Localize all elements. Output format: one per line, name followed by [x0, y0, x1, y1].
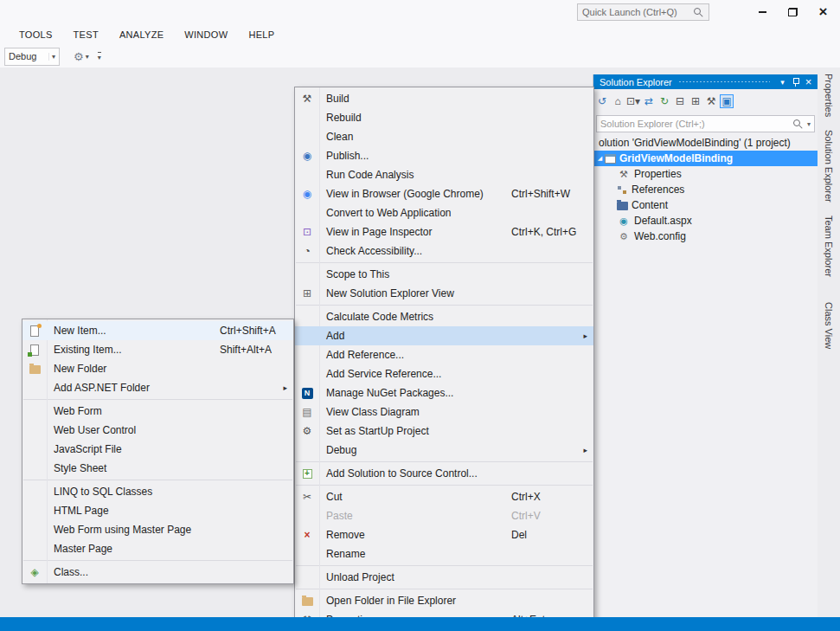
- show-all-files-icon[interactable]: ⊞: [689, 94, 702, 108]
- menubar-item-test[interactable]: TEST: [63, 29, 109, 40]
- menu-item-label: Master Page: [54, 543, 112, 555]
- menu-item-rename[interactable]: Rename: [295, 544, 593, 563]
- menu-item-class[interactable]: ◈Class...: [22, 563, 293, 582]
- menu-item-icon-slot: ◔: [295, 244, 319, 258]
- collapse-all-icon[interactable]: ⊟: [673, 94, 687, 108]
- sync-with-active-document-icon[interactable]: ⇄: [642, 94, 656, 108]
- menu-item-add-service-reference[interactable]: Add Service Reference...: [295, 364, 593, 383]
- tree-item-content[interactable]: Content: [593, 197, 818, 213]
- menu-item-clean[interactable]: Clean: [295, 127, 593, 146]
- menu-item-new-folder[interactable]: New Folder: [22, 359, 293, 378]
- menu-item-view-in-browser-google-chrome[interactable]: ◉View in Browser (Google Chrome)Ctrl+Shi…: [295, 184, 593, 203]
- refresh-icon[interactable]: ↻: [657, 94, 671, 108]
- menu-item-debug[interactable]: Debug▸: [295, 441, 593, 460]
- chevron-down-icon[interactable]: ▾: [86, 53, 89, 61]
- menu-item-add-reference[interactable]: Add Reference...: [295, 345, 593, 364]
- quick-launch-box[interactable]: Quick Launch (Ctrl+Q): [577, 3, 709, 21]
- close-icon[interactable]: ×: [802, 75, 815, 88]
- search-icon[interactable]: [792, 119, 804, 130]
- menu-item-icon-slot: [295, 596, 319, 606]
- menu-item-add[interactable]: Add▸: [295, 326, 593, 345]
- solution-tree: olution 'GridViewModelBinding' (1 projec…: [593, 135, 818, 244]
- menu-item-javascript-file[interactable]: JavaScript File: [22, 440, 293, 459]
- menu-item-web-form-using-master-page[interactable]: Web Form using Master Page: [22, 520, 293, 539]
- menu-item-manage-nuget-packages[interactable]: NManage NuGet Packages...: [295, 383, 593, 402]
- menu-item-existing-item[interactable]: Existing Item...Shift+Alt+A: [22, 340, 293, 359]
- tree-item-references[interactable]: References: [593, 182, 818, 197]
- menu-item-new-item[interactable]: New Item...Ctrl+Shift+A: [22, 321, 293, 340]
- search-icon: [693, 7, 704, 18]
- build-icon: ⚒: [300, 92, 314, 106]
- menu-item-shortcut: Ctrl+X: [511, 491, 541, 503]
- menu-item-master-page[interactable]: Master Page: [22, 539, 293, 558]
- titlebar-grip[interactable]: [678, 80, 770, 84]
- menu-item-html-page[interactable]: HTML Page: [22, 501, 293, 520]
- tree-item-properties[interactable]: ⚒Properties: [593, 166, 818, 182]
- tree-item-default-aspx[interactable]: ◉Default.aspx: [593, 213, 818, 229]
- menu-item-publish[interactable]: ◉Publish...: [295, 146, 593, 165]
- menu-item-remove[interactable]: ×RemoveDel: [295, 525, 593, 544]
- tree-item-web-config[interactable]: ⚙Web.config: [593, 229, 818, 244]
- menu-item-label: HTML Page: [54, 505, 109, 517]
- menu-item-new-solution-explorer-view[interactable]: ⊞New Solution Explorer View: [295, 284, 593, 303]
- menu-item-label: Web Form using Master Page: [54, 524, 191, 536]
- menu-item-check-accessibility[interactable]: ◔Check Accessibility...: [295, 241, 593, 261]
- menu-item-open-folder-in-file-explorer[interactable]: Open Folder in File Explorer: [295, 591, 593, 610]
- menu-item-label: Scope to This: [326, 268, 389, 280]
- restore-button[interactable]: [778, 3, 808, 21]
- preview-selected-items-icon[interactable]: ▣: [720, 94, 734, 108]
- menu-item-label: JavaScript File: [54, 443, 122, 455]
- tree-item-gridviewmodelbinding[interactable]: ◢GridViewModelBinding: [593, 151, 818, 166]
- side-tab-class-view[interactable]: Class View: [824, 302, 834, 349]
- toolbar-button-icon[interactable]: ⚙: [74, 50, 84, 63]
- chevron-down-icon[interactable]: ▾: [807, 120, 811, 128]
- side-tab-team-explorer[interactable]: Team Explorer: [824, 216, 834, 277]
- menu-item-scope-to-this[interactable]: Scope to This: [295, 265, 593, 284]
- scope-dropdown-icon[interactable]: ⊡▾: [626, 94, 640, 108]
- menubar-item-tools[interactable]: TOOLS: [9, 29, 63, 40]
- menu-item-web-form[interactable]: Web Form: [22, 402, 293, 421]
- menu-item-convert-to-web-application[interactable]: Convert to Web Application: [295, 203, 593, 222]
- side-tab-properties[interactable]: Properties: [824, 74, 834, 117]
- menu-separator: [23, 399, 292, 400]
- menubar-item-help[interactable]: HELP: [238, 29, 285, 40]
- nav-history-icon[interactable]: ↺: [595, 94, 609, 108]
- toolbar-overflow-icon[interactable]: ▾: [98, 52, 101, 61]
- debug-configuration-combo[interactable]: Debug ▾: [4, 48, 60, 66]
- properties-icon[interactable]: ⚒: [704, 94, 718, 108]
- minimize-button[interactable]: [747, 3, 778, 21]
- menu-item-add-asp-net-folder[interactable]: Add ASP.NET Folder▸: [22, 378, 293, 397]
- home-icon[interactable]: ⌂: [611, 94, 625, 108]
- menubar-item-analyze[interactable]: ANALYZE: [109, 29, 174, 40]
- pin-icon[interactable]: [789, 75, 802, 88]
- menu-item-view-class-diagram[interactable]: ▤View Class Diagram: [295, 402, 593, 422]
- menu-item-cut[interactable]: ✂CutCtrl+X: [295, 487, 593, 506]
- menu-item-add-solution-to-source-control[interactable]: +Add Solution to Source Control...: [295, 464, 593, 483]
- menu-item-unload-project[interactable]: Unload Project: [295, 568, 593, 587]
- menu-separator: [296, 461, 593, 462]
- menu-item-icon-slot: ⊞: [295, 287, 319, 300]
- menubar-item-window[interactable]: WINDOW: [174, 29, 238, 40]
- menu-item-view-in-page-inspector[interactable]: ⊡View in Page InspectorCtrl+K, Ctrl+G: [295, 222, 593, 241]
- menu-item-rebuild[interactable]: Rebuild: [295, 108, 593, 127]
- tree-item-olution-gridviewmodelbinding-1-project[interactable]: olution 'GridViewModelBinding' (1 projec…: [593, 135, 818, 151]
- open-folder-icon: [302, 597, 313, 606]
- close-button[interactable]: ×: [808, 3, 838, 21]
- solution-explorer-search[interactable]: Solution Explorer (Ctrl+;) ▾: [596, 115, 815, 132]
- window-position-icon[interactable]: ▾: [776, 75, 789, 88]
- new-view-icon: ⊞: [300, 287, 314, 300]
- side-tab-solution-explorer[interactable]: Solution Explorer: [824, 130, 834, 203]
- menu-separator: [296, 589, 593, 589]
- menu-item-build[interactable]: ⚒Build: [295, 89, 593, 108]
- menu-item-calculate-code-metrics[interactable]: Calculate Code Metrics: [295, 307, 593, 326]
- menu-item-style-sheet[interactable]: Style Sheet: [22, 459, 293, 478]
- menu-item-linq-to-sql-classes[interactable]: LINQ to SQL Classes: [22, 482, 293, 501]
- menu-item-web-user-control[interactable]: Web User Control: [22, 421, 293, 440]
- menu-item-set-as-startup-project[interactable]: ⚙Set as StartUp Project: [295, 422, 593, 441]
- expander-icon[interactable]: ◢: [595, 155, 605, 162]
- config-icon: ⚙: [617, 229, 631, 243]
- window-controls: ×: [747, 3, 838, 21]
- menu-item-label: Remove: [326, 529, 365, 541]
- menu-item-run-code-analysis[interactable]: Run Code Analysis: [295, 165, 593, 184]
- menu-item-paste[interactable]: PasteCtrl+V: [295, 506, 593, 525]
